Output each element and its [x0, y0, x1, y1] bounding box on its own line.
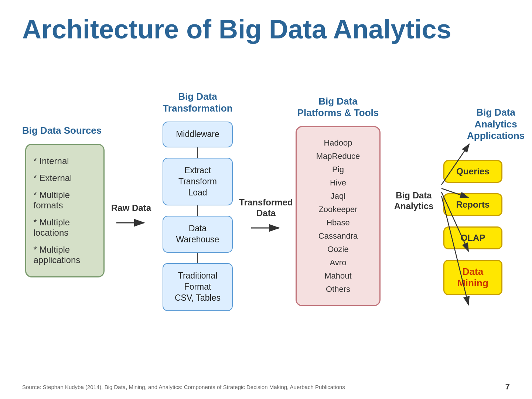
platform-mahout: Mahout: [304, 271, 372, 281]
queries-box: Queries: [443, 160, 502, 183]
platform-pig: Pig: [304, 165, 372, 174]
platform-cassandra: Cassandra: [304, 231, 372, 241]
citation-text: Source: Stephan Kudyba (2014), Big Data,…: [22, 384, 345, 390]
applications-header: Big DataAnalyticsApplications: [467, 107, 525, 141]
platform-hadoop: Hadoop: [304, 138, 372, 148]
platforms-column: Big DataPlatforms & Tools Hadoop MapRedu…: [292, 96, 384, 306]
etl-box: ExtractTransformLoad: [163, 158, 233, 206]
transformation-boxes: Middleware ExtractTransformLoad DataWare…: [163, 122, 233, 311]
platform-avro: Avro: [304, 258, 372, 267]
sources-column: Big Data Sources * Internal * External *…: [22, 125, 107, 277]
platform-others: Others: [304, 284, 372, 294]
transformed-data-label: TransformedData: [239, 197, 293, 219]
platforms-box: Hadoop MapReduce Pig Hive Jaql Zookeeper…: [296, 126, 381, 306]
transformed-data-area: TransformedData: [240, 62, 292, 340]
data-mining-box: DataMining: [443, 260, 502, 295]
connector-1: [197, 147, 198, 158]
application-boxes: Queries Reports OLAP DataMining: [443, 149, 502, 295]
transformed-data-arrow: [249, 222, 283, 234]
transformation-column: Big DataTransformation Middleware Extrac…: [155, 91, 240, 311]
data-warehouse-box: DataWarehouse: [163, 216, 233, 253]
platforms-header: Big DataPlatforms & Tools: [297, 96, 379, 119]
platform-jaql: Jaql: [304, 191, 372, 201]
analytics-area: Big DataAnalytics: [384, 62, 443, 340]
transformation-header: Big DataTransformation: [163, 91, 232, 114]
source-item-locations: * Multiple locations: [34, 217, 96, 238]
slide: Architecture of Big Data Analytics Big D…: [0, 0, 532, 399]
traditional-format-box: TraditionalFormatCSV, Tables: [163, 263, 233, 311]
olap-box: OLAP: [443, 226, 502, 249]
page-number: 7: [505, 382, 510, 392]
platform-oozie: Oozie: [304, 245, 372, 254]
platform-zookeeper: Zookeeper: [304, 205, 372, 214]
raw-data-label: Raw Data: [111, 203, 151, 214]
middleware-box: Middleware: [163, 122, 233, 147]
source-item-applications: * Multiple applications: [34, 245, 96, 265]
diagram: Big Data Sources * Internal * External *…: [22, 62, 510, 340]
source-item-external: * External: [34, 173, 96, 183]
source-item-formats: * Multiple formats: [34, 190, 96, 211]
reports-box: Reports: [443, 193, 502, 216]
slide-title: Architecture of Big Data Analytics: [22, 15, 510, 44]
slide-footer: Source: Stephan Kudyba (2014), Big Data,…: [22, 382, 510, 392]
applications-column: Big DataAnalyticsApplications Queries Re…: [443, 107, 525, 295]
platform-hive: Hive: [304, 178, 372, 188]
raw-data-arrow: [115, 216, 148, 229]
source-item-internal: * Internal: [34, 156, 96, 166]
sources-box: * Internal * External * Multiple formats…: [25, 144, 105, 277]
connector-3: [197, 253, 198, 263]
raw-data-area: Raw Data: [107, 62, 155, 340]
platform-mapreduce: MapReduce: [304, 151, 372, 161]
platform-hbase: Hbase: [304, 218, 372, 228]
sources-header: Big Data Sources: [22, 125, 102, 136]
analytics-label: Big DataAnalytics: [394, 190, 434, 212]
connector-2: [197, 205, 198, 216]
